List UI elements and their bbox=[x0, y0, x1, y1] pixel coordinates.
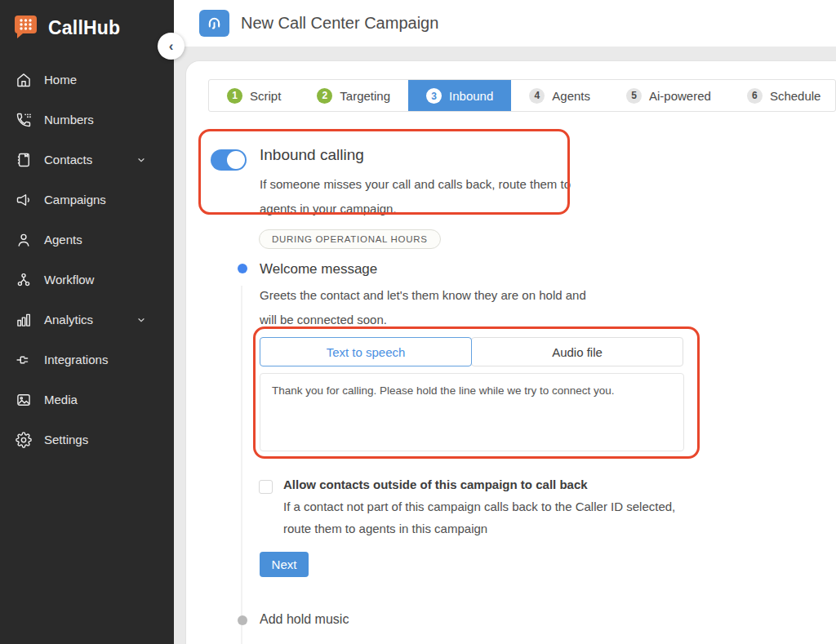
sidebar-item-integrations[interactable]: Integrations bbox=[0, 340, 174, 380]
inbound-calling-toggle[interactable] bbox=[211, 149, 247, 171]
inbound-calling-description: If someone misses your call and calls ba… bbox=[260, 172, 571, 221]
home-icon bbox=[15, 71, 33, 89]
allow-callback-checkbox[interactable] bbox=[259, 480, 273, 494]
sidebar-item-label: Workflow bbox=[44, 273, 94, 286]
tab-targeting[interactable]: 2 Targeting bbox=[299, 80, 408, 111]
sidebar-item-contacts[interactable]: Contacts bbox=[0, 140, 174, 180]
sidebar-item-workflow[interactable]: Workflow bbox=[0, 260, 174, 300]
allow-callback-label: Allow contacts outside of this campaign … bbox=[283, 477, 588, 491]
sidebar-item-home[interactable]: Home bbox=[0, 60, 174, 100]
callhub-logo-icon bbox=[12, 13, 38, 42]
sidebar-item-label: Media bbox=[44, 393, 78, 406]
sidebar-item-label: Analytics bbox=[44, 313, 93, 326]
tab-label: Agents bbox=[552, 89, 590, 103]
brand[interactable]: CallHub bbox=[0, 0, 174, 42]
sidebar-item-label: Campaigns bbox=[44, 193, 106, 207]
sidebar-item-label: Numbers bbox=[44, 113, 94, 127]
tab-audio-file[interactable]: Audio file bbox=[471, 337, 683, 366]
megaphone-icon bbox=[15, 191, 33, 209]
tab-inbound[interactable]: 3 Inbound bbox=[408, 79, 511, 112]
sidebar: CallHub Home Numbers Contacts bbox=[0, 0, 174, 644]
workflow-nodes-icon bbox=[15, 271, 33, 289]
step-number-badge: 6 bbox=[747, 88, 763, 104]
sidebar-collapse-button[interactable]: ‹ bbox=[158, 33, 185, 60]
step-number-badge: 1 bbox=[227, 88, 242, 104]
active-step-dot bbox=[238, 264, 247, 273]
message-source-tabs: Text to speech Audio file bbox=[260, 337, 684, 366]
tab-text-to-speech[interactable]: Text to speech bbox=[260, 337, 472, 366]
person-icon bbox=[15, 231, 33, 249]
next-button[interactable]: Next bbox=[260, 552, 309, 577]
headset-icon bbox=[199, 10, 229, 37]
brand-name: CallHub bbox=[48, 17, 120, 39]
sidebar-item-campaigns[interactable]: Campaigns bbox=[0, 180, 174, 220]
plug-icon bbox=[15, 351, 33, 369]
address-book-icon bbox=[15, 151, 33, 169]
page-header: New Call Center Campaign bbox=[174, 0, 836, 47]
chevron-down-icon bbox=[136, 315, 146, 325]
operational-hours-badge: DURING OPERATIONAL HOURS bbox=[259, 229, 441, 249]
sidebar-item-media[interactable]: Media bbox=[0, 380, 174, 420]
tab-label: Schedule bbox=[770, 89, 821, 103]
step-number-badge: 4 bbox=[529, 88, 545, 104]
inactive-step-dot bbox=[238, 615, 247, 625]
tab-label: Ai-powered bbox=[649, 89, 711, 103]
tab-label: Inbound bbox=[449, 89, 493, 103]
page-title: New Call Center Campaign bbox=[241, 0, 438, 47]
sidebar-item-label: Contacts bbox=[44, 153, 92, 167]
content-card: 1 Script 2 Targeting 3 Inbound 4 Agents … bbox=[186, 61, 836, 644]
sidebar-item-numbers[interactable]: Numbers bbox=[0, 100, 174, 140]
step-number-badge: 2 bbox=[317, 88, 332, 104]
sidebar-item-label: Integrations bbox=[44, 353, 108, 366]
sidebar-item-analytics[interactable]: Analytics bbox=[0, 300, 174, 340]
tab-schedule[interactable]: 6 Schedule bbox=[729, 80, 836, 111]
sidebar-item-label: Settings bbox=[44, 433, 88, 446]
tab-label: Script bbox=[250, 89, 281, 103]
toggle-knob bbox=[227, 151, 245, 169]
add-hold-music-title: Add hold music bbox=[260, 612, 349, 627]
chevron-down-icon bbox=[136, 155, 146, 165]
sidebar-item-label: Agents bbox=[44, 233, 82, 246]
tab-label: Targeting bbox=[340, 89, 390, 103]
welcome-message-title: Welcome message bbox=[260, 261, 377, 278]
gear-icon bbox=[15, 431, 33, 449]
sidebar-nav: Home Numbers Contacts Campaigns bbox=[0, 60, 174, 460]
tab-ai-powered[interactable]: 5 Ai-powered bbox=[608, 80, 729, 111]
image-icon bbox=[15, 391, 33, 409]
timeline-connector bbox=[241, 286, 242, 644]
sidebar-item-settings[interactable]: Settings bbox=[0, 420, 174, 460]
phone-dialpad-icon bbox=[15, 111, 33, 129]
sidebar-item-agents[interactable]: Agents bbox=[0, 220, 174, 260]
inbound-calling-title: Inbound calling bbox=[260, 146, 364, 164]
wizard-steps: 1 Script 2 Targeting 3 Inbound 4 Agents … bbox=[208, 79, 836, 112]
sidebar-item-label: Home bbox=[44, 73, 77, 87]
step-number-badge: 3 bbox=[426, 88, 442, 104]
step-number-badge: 5 bbox=[626, 88, 642, 104]
allow-callback-description: If a contact not part of this campaign c… bbox=[283, 495, 675, 540]
tab-agents[interactable]: 4 Agents bbox=[511, 80, 608, 111]
bar-chart-icon bbox=[15, 311, 33, 329]
welcome-message-description: Greets the contact and let's them know t… bbox=[260, 283, 586, 332]
tab-script[interactable]: 1 Script bbox=[209, 80, 299, 111]
welcome-message-textarea[interactable]: Thank you for calling. Please hold the l… bbox=[260, 373, 684, 451]
